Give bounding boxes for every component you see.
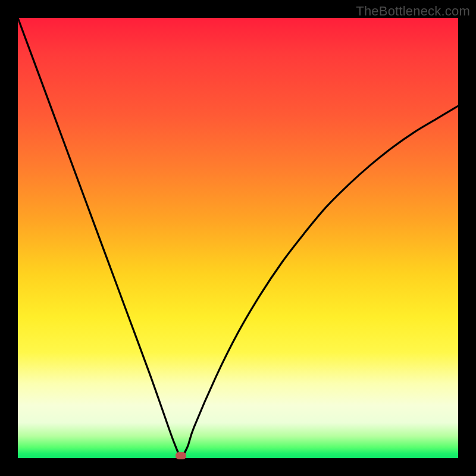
minimum-marker [176,452,186,459]
watermark-text: TheBottleneck.com [356,4,470,19]
chart-frame: TheBottleneck.com [0,0,476,476]
plot-area [18,18,458,458]
bottleneck-curve [18,18,458,458]
